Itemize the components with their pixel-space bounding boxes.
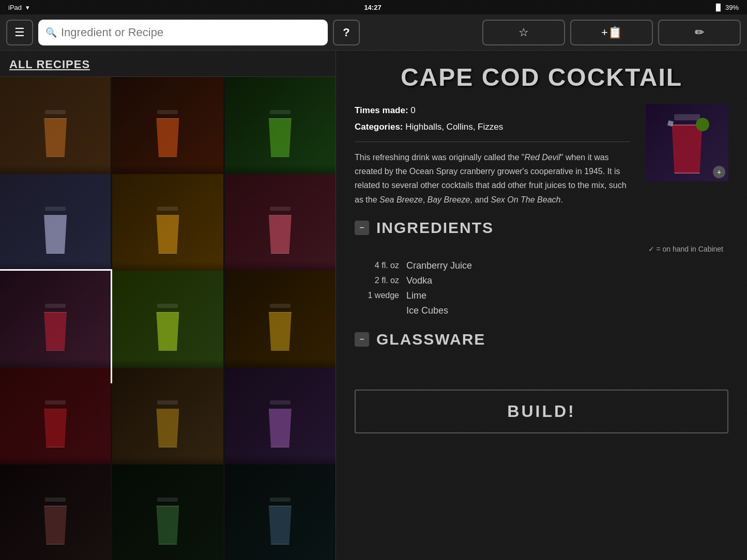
ingredient-row: 4 fl. oz Cranberry Juice bbox=[355, 258, 728, 273]
recipe-card-caipiroska[interactable]: CAIPIROSKA bbox=[0, 174, 111, 285]
ingredient-amount: 1 wedge bbox=[355, 291, 406, 300]
categories-label: Categories: bbox=[355, 122, 405, 132]
recipe-description: This refreshing drink was originally cal… bbox=[355, 150, 630, 207]
list-header: ALL RECIPES bbox=[0, 51, 336, 77]
glassware-section-title: GLASSWARE bbox=[376, 331, 485, 348]
recipe-card-caipirinha[interactable]: CAIPIRINHA bbox=[225, 77, 336, 188]
search-input[interactable] bbox=[61, 26, 321, 39]
ingredient-amount: 4 fl. oz bbox=[355, 261, 406, 270]
all-recipes-heading: ALL RECIPES bbox=[9, 58, 326, 71]
menu-icon: ☰ bbox=[14, 26, 25, 39]
add-to-list-button[interactable]: +📋 bbox=[570, 20, 653, 45]
categories-value: Highballs, Collins, Fizzes bbox=[405, 122, 503, 132]
meta-separator bbox=[355, 142, 630, 142]
recipe-card-bottom3[interactable] bbox=[225, 464, 336, 560]
left-panel: ALL RECIPES BUSTER BROWN CABLE CAR CAIPI… bbox=[0, 51, 336, 560]
recipe-card-caramel-appletini[interactable]: CARAMEL APPLETINI bbox=[112, 271, 223, 381]
categories-line: Categories: Highballs, Collins, Fizzes bbox=[355, 120, 630, 134]
toolbar: ☰ 🔍 ? ☆ +📋 ✏ bbox=[0, 14, 747, 51]
status-time: 14:27 bbox=[364, 4, 381, 11]
menu-button[interactable]: ☰ bbox=[6, 20, 33, 45]
recipe-meta-text: Times made: 0 Categories: Highballs, Col… bbox=[355, 104, 630, 207]
ingredients-toggle[interactable]: − bbox=[355, 221, 369, 235]
edit-button[interactable]: ✏ bbox=[658, 20, 741, 45]
recipe-card-cape-breeze[interactable]: CAPE BREEZE bbox=[225, 174, 336, 285]
on-hand-note: ✓ = on hand in Cabinet bbox=[355, 245, 728, 253]
ingredients-section-header: − INGREDIENTS bbox=[355, 219, 728, 237]
recipe-card-art-bottom2 bbox=[112, 464, 223, 560]
ingredient-name: Cranberry Juice bbox=[406, 260, 472, 271]
ingredient-amount: 2 fl. oz bbox=[355, 276, 406, 285]
recipe-card-cable-car[interactable]: CABLE CAR bbox=[112, 77, 223, 188]
search-icon: 🔍 bbox=[45, 27, 57, 38]
main-content: ALL RECIPES BUSTER BROWN CABLE CAR CAIPI… bbox=[0, 51, 747, 560]
status-left: iPad ▾ bbox=[8, 4, 29, 11]
build-button[interactable]: BUILD! bbox=[355, 390, 728, 433]
times-made-label: Times made: bbox=[355, 105, 410, 115]
recipe-meta: Times made: 0 Categories: Highballs, Col… bbox=[355, 104, 728, 207]
recipe-card-bottom1[interactable] bbox=[0, 464, 111, 560]
glassware-toggle[interactable]: − bbox=[355, 332, 369, 347]
ingredients-list: 4 fl. oz Cranberry Juice2 fl. oz Vodka1 … bbox=[355, 258, 728, 318]
status-right: ▉ 39% bbox=[716, 4, 739, 11]
battery-icon: ▉ bbox=[716, 4, 721, 11]
recipe-card-art-bottom1 bbox=[0, 464, 111, 560]
recipe-card-choke-artist[interactable]: CHOKE ARTIST bbox=[0, 368, 111, 478]
recipe-card-chokehold[interactable]: CHOKEHOLD bbox=[112, 368, 223, 478]
ingredient-row: 2 fl. oz Vodka bbox=[355, 273, 728, 288]
glassware-section-header: − GLASSWARE bbox=[355, 331, 728, 348]
wifi-icon: ▾ bbox=[26, 4, 29, 11]
ingredient-row: 1 wedge Lime bbox=[355, 288, 728, 303]
search-bar[interactable]: 🔍 bbox=[38, 20, 328, 45]
recipe-card-bottom2[interactable] bbox=[112, 464, 223, 560]
toolbar-right-buttons: ☆ +📋 ✏ bbox=[482, 20, 741, 45]
glassware-toggle-icon: − bbox=[359, 335, 364, 344]
ingredient-row: Ice Cubes bbox=[355, 303, 728, 318]
times-made-line: Times made: 0 bbox=[355, 104, 630, 117]
favorite-button[interactable]: ☆ bbox=[482, 20, 565, 45]
recipe-card-caribou-lou[interactable]: CARIBOU LOU bbox=[225, 271, 336, 381]
recipe-card-chrysanthemum[interactable]: CHRYSANTHEMUM bbox=[225, 368, 336, 478]
recipe-title: CAPE COD COCKTAIL bbox=[355, 63, 728, 91]
help-button[interactable]: ? bbox=[333, 20, 360, 45]
thumbnail-add-button[interactable]: + bbox=[713, 166, 725, 178]
recipe-grid: BUSTER BROWN CABLE CAR CAIPIRINHA CAIPIR… bbox=[0, 77, 336, 560]
edit-icon: ✏ bbox=[695, 26, 704, 39]
times-made-value: 0 bbox=[410, 105, 415, 115]
ingredient-name: Vodka bbox=[406, 275, 432, 286]
recipe-card-camerons-kick[interactable]: CAMERON'S KICK bbox=[112, 174, 223, 285]
recipe-card-buster-brown[interactable]: BUSTER BROWN bbox=[0, 77, 111, 188]
help-label: ? bbox=[343, 26, 349, 39]
favorite-icon: ☆ bbox=[519, 26, 529, 39]
status-bar: iPad ▾ 14:27 ▉ 39% bbox=[0, 0, 747, 14]
recipe-thumbnail: + bbox=[646, 104, 728, 181]
recipe-card-cape-cod[interactable]: CAPE COD COCKTAIL bbox=[0, 271, 111, 381]
right-panel: CAPE COD COCKTAIL Times made: 0 Categori… bbox=[336, 51, 747, 560]
toggle-icon: − bbox=[359, 223, 364, 232]
add-list-icon: +📋 bbox=[601, 26, 622, 39]
ipad-label: iPad bbox=[8, 4, 22, 11]
battery-level: 39% bbox=[725, 4, 739, 11]
ingredients-section-title: INGREDIENTS bbox=[376, 219, 494, 237]
glassware-content bbox=[355, 356, 728, 377]
ingredient-name: Ice Cubes bbox=[406, 305, 448, 316]
recipe-card-art-bottom3 bbox=[225, 464, 336, 560]
ingredient-name: Lime bbox=[406, 290, 426, 301]
